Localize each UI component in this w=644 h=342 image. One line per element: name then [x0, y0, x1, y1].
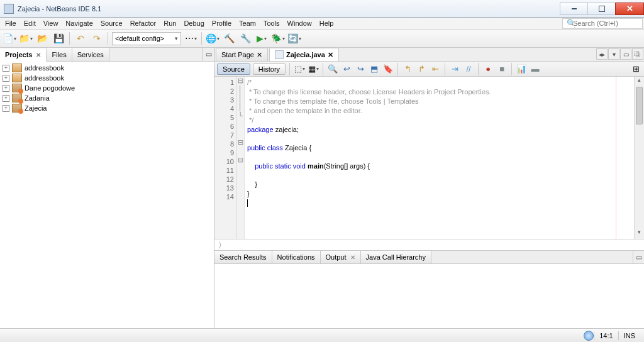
nav-back-button[interactable]: ⬚ [294, 63, 305, 75]
source-view-button[interactable]: Source [217, 63, 250, 75]
menu-edit[interactable]: Edit [20, 18, 40, 28]
project-icon [12, 84, 22, 92]
menu-profile[interactable]: Profile [208, 18, 235, 28]
expand-icon[interactable]: + [3, 85, 9, 92]
redo-button[interactable]: ↷ [90, 31, 104, 45]
prev-tab-button[interactable]: ◂▸ [596, 48, 608, 60]
code-editor[interactable]: 1234567891011121314 ⊟│││└⊟⊟ /* * To chan… [214, 77, 644, 239]
tree-item[interactable]: +addressbook [1, 73, 213, 83]
close-button[interactable] [615, 3, 644, 15]
minimize-pane-button[interactable]: ▭ [203, 48, 214, 61]
nav-fwd-button[interactable]: ▦ [308, 63, 319, 75]
maximize-editor-button[interactable]: ▭ [620, 48, 631, 60]
tab-output[interactable]: Output✕ [321, 251, 361, 263]
minimize-button[interactable] [560, 3, 588, 15]
toggle-bookmark-button[interactable]: 🔖 [382, 63, 394, 75]
tab-start-page[interactable]: Start Page✕ [216, 48, 268, 61]
bottom-tabstrip: Search Results Notifications Output✕ Jav… [214, 250, 644, 264]
build-button[interactable]: 🌐 [206, 31, 219, 45]
toggle-highlight-button[interactable]: ⬒ [369, 63, 380, 75]
menu-refactor[interactable]: Refactor [126, 18, 160, 28]
menu-tools[interactable]: Tools [260, 18, 284, 28]
close-icon[interactable]: ✕ [36, 52, 41, 58]
menu-window[interactable]: Window [284, 18, 316, 28]
debug-button[interactable]: 🪲 [271, 31, 285, 45]
config-combo[interactable]: <default config> [112, 32, 181, 45]
save-all-button[interactable]: 💾 [52, 31, 65, 45]
tab-files[interactable]: Files [47, 48, 72, 61]
tab-java-call-hierarchy[interactable]: Java Call Hierarchy [361, 251, 431, 263]
restore-editor-button[interactable]: ⿻ [632, 48, 643, 60]
editor-breadcrumb[interactable]: 〉 [214, 239, 644, 250]
new-file-button[interactable]: 📄 [3, 31, 16, 45]
quick-search[interactable]: 🔍 [562, 18, 643, 29]
prev-bookmark-button[interactable]: ↰ [402, 63, 413, 75]
clean-build-button[interactable]: 🔨 [222, 31, 236, 45]
menu-source[interactable]: Source [97, 18, 126, 28]
project-tree[interactable]: +addressbook +addressbook +Dane pogodowe… [0, 62, 214, 114]
menu-team[interactable]: Team [235, 18, 260, 28]
separator [201, 32, 202, 45]
tree-item[interactable]: +addressbook [1, 63, 213, 73]
tab-label: Search Results [219, 253, 267, 261]
minimize-bottom-button[interactable]: ▭ [633, 251, 644, 263]
tab-list-button[interactable]: ▾ [608, 48, 619, 60]
open-button[interactable]: 📂 [35, 31, 49, 45]
search-input[interactable] [573, 19, 642, 27]
customize-toolbar-button[interactable]: ⋯ [184, 31, 197, 45]
find-prev-button[interactable]: ↩ [341, 63, 352, 75]
project-icon [12, 94, 22, 102]
fold-gutter[interactable]: ⊟│││└⊟⊟ [237, 77, 245, 239]
stop-macro-button[interactable]: ■ [496, 63, 508, 75]
editor-toolbar: Source History ⬚ ▦ 🔍 ↩ ↪ ⬒ 🔖 ↰ ↱ ⇤ ⇥ // … [214, 62, 644, 77]
menu-help[interactable]: Help [316, 18, 338, 28]
menu-debug[interactable]: Debug [180, 18, 208, 28]
expand-icon[interactable]: + [3, 65, 9, 72]
close-icon[interactable]: ✕ [328, 51, 333, 59]
build-project-button[interactable]: 🔧 [238, 31, 252, 45]
profile-button[interactable]: 🔄 [287, 31, 301, 45]
tab-zajecia-java[interactable]: Zajecia.java✕ [269, 48, 339, 61]
menu-file[interactable]: File [1, 18, 20, 28]
find-next-button[interactable]: ↪ [355, 63, 366, 75]
next-bookmark-button[interactable]: ↱ [416, 63, 427, 75]
start-macro-button[interactable]: ● [482, 63, 494, 75]
menu-navigate[interactable]: Navigate [62, 18, 96, 28]
project-icon [12, 74, 22, 82]
shift-right-button[interactable]: ⇥ [449, 63, 460, 75]
expand-icon[interactable]: + [3, 75, 9, 82]
tab-notifications[interactable]: Notifications [272, 251, 321, 263]
notification-icon[interactable] [584, 331, 594, 341]
tab-search-results[interactable]: Search Results [214, 251, 272, 263]
scroll-thumb[interactable] [636, 87, 643, 124]
tab-services[interactable]: Services [72, 48, 109, 61]
project-label: Dane pogodowe [25, 84, 75, 92]
undo-button[interactable]: ↶ [74, 31, 87, 45]
cursor-position: 14:1 [594, 331, 618, 340]
scroll-down-icon[interactable]: ▾ [635, 229, 644, 239]
scroll-up-icon[interactable]: ▴ [635, 77, 644, 87]
history-view-button[interactable]: History [253, 63, 286, 75]
new-project-button[interactable]: 📁 [19, 31, 33, 45]
run-button[interactable]: ▶ [255, 31, 269, 45]
tree-item[interactable]: +Zadania [1, 93, 213, 103]
find-selection-button[interactable]: 🔍 [327, 63, 338, 75]
project-icon [12, 63, 22, 72]
close-icon[interactable]: ✕ [350, 254, 355, 261]
format-button[interactable]: ▬ [530, 63, 541, 75]
split-editor-button[interactable]: ⊞ [630, 63, 641, 75]
maximize-button[interactable] [587, 3, 616, 15]
tree-item[interactable]: +Zajecia [1, 103, 213, 113]
shift-left-button[interactable]: ⇤ [430, 63, 441, 75]
menu-run[interactable]: Run [160, 18, 180, 28]
comment-button[interactable]: // [463, 63, 474, 75]
uncomment-button[interactable]: 📊 [516, 63, 527, 75]
vertical-scrollbar[interactable]: ▴ ▾ [634, 77, 644, 239]
tree-item[interactable]: +Dane pogodowe [1, 83, 213, 93]
menu-view[interactable]: View [40, 18, 62, 28]
close-icon[interactable]: ✕ [257, 51, 262, 59]
expand-icon[interactable]: + [3, 105, 9, 112]
tab-projects[interactable]: Projects✕ [0, 48, 47, 62]
code-area[interactable]: /* * To change this license header, choo… [245, 77, 634, 239]
expand-icon[interactable]: + [3, 95, 9, 102]
